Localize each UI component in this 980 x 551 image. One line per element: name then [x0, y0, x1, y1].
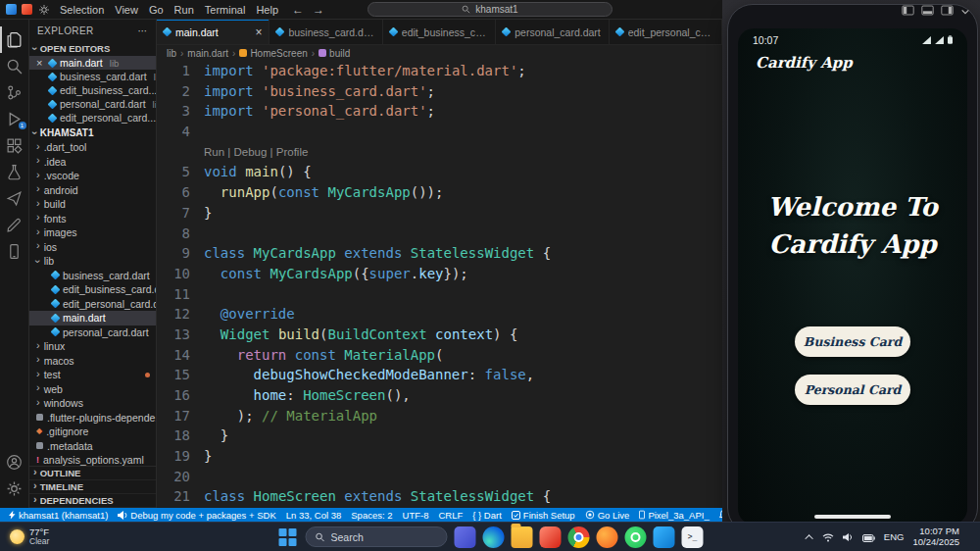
line-number[interactable]: 17: [157, 406, 204, 426]
tree-item-test[interactable]: ›test: [29, 368, 156, 382]
tree-item-fonts[interactable]: ›fonts: [29, 212, 156, 226]
tree-item-web[interactable]: ›web: [29, 382, 156, 397]
search-sidebar-icon[interactable]: [0, 53, 29, 79]
vscode-icon[interactable]: [654, 526, 675, 548]
menu-terminal[interactable]: Terminal: [205, 4, 246, 16]
open-editors-header[interactable]: › OPEN EDITORS: [29, 41, 156, 56]
menu-view[interactable]: View: [115, 4, 138, 16]
line-number[interactable]: 3: [157, 101, 204, 122]
tree-item-.flutter-plugins-depende...[interactable]: .flutter-plugins-depende...: [29, 411, 156, 426]
code-line[interactable]: 13 Widget build(BuildContext context) {: [157, 325, 722, 345]
tree-item-build[interactable]: ›build: [29, 197, 156, 212]
menu-run[interactable]: Run: [174, 4, 194, 16]
line-number[interactable]: 6: [157, 182, 204, 203]
chrome-icon[interactable]: [568, 526, 590, 548]
settings-gear-icon[interactable]: [0, 476, 29, 502]
line-number[interactable]: 16: [157, 385, 204, 406]
status-go-live[interactable]: Go Live: [580, 510, 635, 521]
source-control-icon[interactable]: [0, 79, 29, 106]
app-orange-icon[interactable]: [597, 526, 618, 548]
code-line[interactable]: 1import 'package:flutter/material.dart';: [157, 61, 722, 81]
line-number[interactable]: 11: [157, 284, 204, 305]
line-number[interactable]: 4: [157, 122, 204, 142]
code-line[interactable]: 12 @override: [157, 304, 722, 325]
status-utf-8[interactable]: UTF-8: [398, 510, 434, 521]
tree-item-personal_card.dart[interactable]: personal_card.dart: [29, 326, 156, 340]
close-icon[interactable]: ×: [255, 26, 262, 38]
code-line[interactable]: 6 runApp(const MyCardsApp());: [157, 182, 722, 203]
line-number[interactable]: 10: [157, 264, 204, 284]
section-outline[interactable]: ›OUTLINE: [29, 467, 156, 480]
code-line[interactable]: 17 ); // MaterialApp: [157, 406, 722, 426]
customize-layout-icon[interactable]: [960, 3, 970, 21]
menu-go[interactable]: Go: [149, 4, 164, 16]
close-icon[interactable]: ×: [36, 58, 45, 69]
line-number[interactable]: [157, 142, 204, 163]
tree-item-analysis_options.yaml[interactable]: !analysis_options.yaml: [29, 453, 156, 466]
status-bell[interactable]: [714, 510, 722, 520]
breadcrumb-item-build[interactable]: build: [318, 48, 350, 59]
line-number[interactable]: 14: [157, 345, 204, 366]
menu-help[interactable]: Help: [256, 4, 278, 16]
open-editor-main.dart[interactable]: ×main.dartlib: [29, 56, 156, 70]
line-number[interactable]: 8: [157, 224, 204, 244]
tab-edit_personal_card.dart[interactable]: edit_personal_card.dart: [610, 20, 722, 44]
tree-item-windows[interactable]: ›windows: [29, 396, 156, 411]
line-number[interactable]: 13: [157, 325, 204, 345]
line-number[interactable]: 9: [157, 243, 204, 264]
device-preview-icon[interactable]: [0, 238, 29, 265]
business-card-button[interactable]: Business Card: [795, 326, 910, 357]
line-number[interactable]: 18: [157, 426, 204, 446]
project-header[interactable]: › KHAMSAT1: [29, 125, 156, 140]
testing-icon[interactable]: [0, 159, 29, 185]
code-line[interactable]: 8: [157, 224, 722, 244]
tree-item-android[interactable]: ›android: [29, 183, 156, 198]
layout-sidebar-icon[interactable]: [902, 3, 914, 21]
tree-item-macos[interactable]: ›macos: [29, 354, 156, 369]
line-number[interactable]: 2: [157, 81, 204, 102]
tab-main.dart[interactable]: main.dart×: [157, 20, 270, 44]
code-line[interactable]: 16 home: HomeScreen(),: [157, 385, 722, 406]
code-line[interactable]: 19}: [157, 446, 722, 467]
layout-secondary-sidebar-icon[interactable]: [941, 3, 954, 21]
code-line[interactable]: 20: [157, 467, 722, 487]
tree-item-.idea[interactable]: ›.idea: [29, 155, 156, 170]
breadcrumb-item-HomeScreen[interactable]: HomeScreen: [239, 48, 307, 59]
tree-item-.metadata[interactable]: .metadata: [29, 439, 156, 454]
open-editor-edit_personal_card...[interactable]: edit_personal_card...: [29, 111, 156, 125]
code-line[interactable]: 3import 'personal_card.dart';: [157, 101, 722, 122]
open-editor-business_card.dart[interactable]: business_card.dartlib: [29, 70, 156, 83]
line-number[interactable]: 5: [157, 162, 204, 182]
terminal-icon[interactable]: [682, 526, 704, 548]
line-number[interactable]: 20: [157, 467, 204, 487]
breadcrumb-item-main.dart[interactable]: main.dart: [187, 48, 228, 59]
status-spaces-2[interactable]: Spaces: 2: [346, 510, 397, 521]
tree-item-.dart_tool[interactable]: ›.dart_tool: [29, 140, 156, 155]
menu-selection[interactable]: Selection: [60, 4, 104, 16]
code-line[interactable]: 7}: [157, 203, 722, 224]
status-khamsat1-khamsat1-[interactable]: khamsat1 (khamsat1): [4, 510, 113, 521]
app-icon-red[interactable]: [22, 4, 32, 15]
line-number[interactable]: 12: [157, 304, 204, 325]
layout-panel-icon[interactable]: [921, 3, 934, 21]
line-number[interactable]: 15: [157, 365, 204, 385]
code-line[interactable]: Run | Debug | Profile: [157, 142, 722, 163]
tab-personal_card.dart[interactable]: personal_card.dart: [496, 20, 609, 44]
open-editor-personal_card.dart[interactable]: personal_card.dartlib: [29, 97, 156, 111]
extensions-icon[interactable]: [0, 132, 29, 159]
codelens[interactable]: Run | Debug | Profile: [204, 142, 308, 163]
code-line[interactable]: 2import 'business_card.dart';: [157, 81, 722, 102]
status-debug-my-code-packages-sdk[interactable]: Debug my code + packages + SDK: [113, 510, 280, 521]
line-number[interactable]: 19: [157, 446, 204, 467]
nav-forward-icon[interactable]: →: [313, 3, 324, 17]
code-line[interactable]: 14 return const MaterialApp(: [157, 345, 722, 366]
app-icon-blue[interactable]: [6, 4, 17, 15]
account-icon[interactable]: [0, 449, 29, 476]
status-crlf[interactable]: CRLF: [433, 510, 467, 521]
personal-card-button[interactable]: Personal Card: [795, 375, 910, 405]
code-line[interactable]: 15 debugShowCheckedModeBanner: false,: [157, 365, 722, 385]
whatsapp-icon[interactable]: [625, 526, 647, 548]
code-line[interactable]: 9class MyCardsApp extends StatelessWidge…: [157, 243, 722, 264]
taskbar-search[interactable]: Search: [306, 526, 448, 547]
app-red-icon[interactable]: [540, 526, 562, 548]
